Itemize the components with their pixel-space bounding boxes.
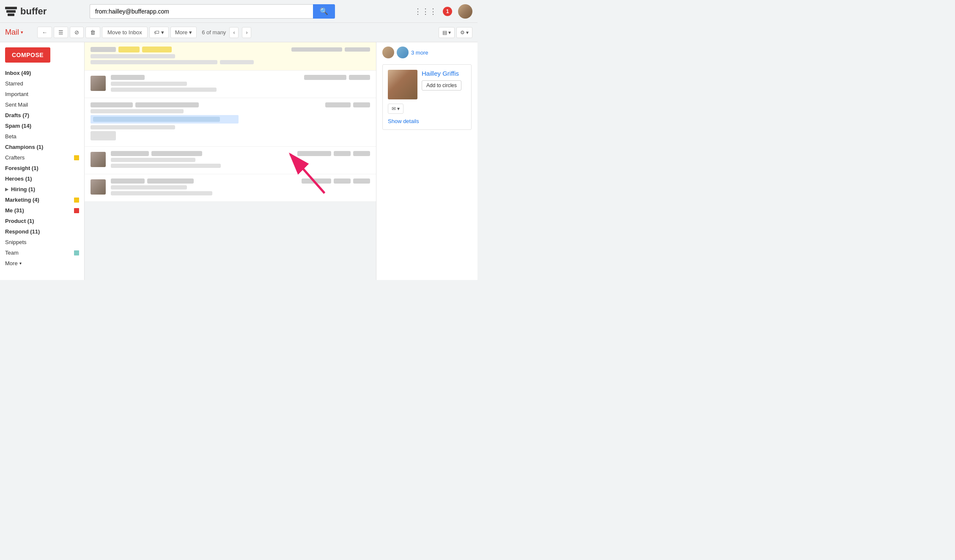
view-button[interactable]: ▤ ▾ [439, 27, 455, 38]
contact-info: Hailley Griffis Add to circles [422, 70, 466, 99]
sidebar-item-champions-label: Champions (1) [5, 144, 43, 150]
search-icon: 🔍 [320, 8, 328, 15]
settings-icon: ⚙ [460, 30, 465, 36]
move-to-inbox-button[interactable]: Move to Inbox [102, 27, 148, 38]
pagination: 6 of many ‹ › [202, 27, 251, 38]
sidebar: COMPOSE Inbox (49) Starred Important Sen… [0, 42, 85, 280]
contact-actions: ✉ ▾ [388, 104, 466, 114]
label-icon: 🏷 [154, 29, 159, 36]
main-layout: COMPOSE Inbox (49) Starred Important Sen… [0, 42, 478, 280]
email-row[interactable] [85, 174, 376, 202]
sidebar-item-inbox[interactable]: Inbox (49) [0, 68, 84, 78]
logo-area: buffer [5, 6, 81, 17]
spam-button[interactable]: ⊘ [70, 27, 84, 38]
sidebar-item-heroes[interactable]: Heroes (1) [0, 173, 84, 184]
mini-avatar-1 [382, 47, 394, 58]
sidebar-item-spam[interactable]: Spam (14) [0, 121, 84, 131]
contact-name[interactable]: Hailley Griffis [422, 70, 466, 77]
mini-avatar-2 [397, 47, 409, 58]
sidebar-item-hiring-label: Hiring (1) [11, 186, 35, 192]
secondary-toolbar: Mail ▾ ← ☰ ⊘ 🗑 Move to Inbox 🏷 ▾ More ▾ … [0, 23, 478, 42]
search-input[interactable] [90, 4, 313, 19]
sidebar-item-important[interactable]: Important [0, 89, 84, 99]
sidebar-item-respond-label: Respond (11) [5, 228, 40, 235]
settings-dropdown-arrow: ▾ [466, 30, 469, 36]
next-page-button[interactable]: › [242, 27, 251, 38]
sidebar-item-sent-label: Sent Mail [5, 102, 28, 108]
sidebar-item-drafts[interactable]: Drafts (7) [0, 110, 84, 121]
sidebar-item-sent[interactable]: Sent Mail [0, 99, 84, 110]
sidebar-item-product[interactable]: Product (1) [0, 216, 84, 226]
email-row[interactable] [85, 147, 376, 174]
sidebar-item-champions[interactable]: Champions (1) [0, 142, 84, 152]
sidebar-item-team[interactable]: Team [0, 247, 84, 258]
back-icon: ← [42, 29, 47, 36]
sidebar-item-starred[interactable]: Starred [0, 78, 84, 89]
send-mail-button[interactable]: ✉ ▾ [388, 104, 403, 114]
sidebar-item-heroes-label: Heroes (1) [5, 176, 32, 182]
more-button[interactable]: More ▾ [170, 27, 197, 38]
sidebar-item-me[interactable]: Me (31) [0, 205, 84, 216]
prev-page-button[interactable]: ‹ [229, 27, 239, 38]
view-icon: ▤ [442, 30, 447, 36]
team-color-dot [74, 250, 79, 255]
contact-card: Hailley Griffis Add to circles ✉ ▾ Show … [382, 64, 472, 130]
archive-icon: ☰ [58, 29, 63, 36]
toolbar-right: ▤ ▾ ⚙ ▾ [439, 27, 472, 38]
email-list [85, 42, 376, 202]
app-title: buffer [20, 6, 47, 17]
delete-icon: 🗑 [90, 29, 96, 36]
pagination-text: 6 of many [202, 29, 226, 36]
mail-dropdown-arrow: ▾ [21, 30, 23, 35]
top-right: ⋮⋮⋮ 1 [414, 4, 472, 19]
add-to-circles-button[interactable]: Add to circles [422, 80, 461, 91]
notification-badge[interactable]: 1 [443, 7, 452, 16]
grid-icon[interactable]: ⋮⋮⋮ [414, 7, 437, 16]
svg-rect-1 [6, 10, 16, 13]
compose-button[interactable]: COMPOSE [5, 47, 50, 63]
spam-icon: ⊘ [74, 29, 79, 36]
sidebar-more-label: More [5, 260, 18, 266]
sidebar-more[interactable]: More ▾ [0, 258, 84, 269]
email-row[interactable] [85, 42, 376, 71]
label-dropdown-arrow: ▾ [161, 29, 164, 36]
settings-button[interactable]: ⚙ ▾ [456, 27, 472, 38]
sidebar-item-foresight-label: Foresight (1) [5, 165, 38, 171]
archive-button[interactable]: ☰ [54, 27, 68, 38]
sidebar-item-beta[interactable]: Beta [0, 131, 84, 142]
mail-label[interactable]: Mail ▾ [5, 28, 30, 37]
marketing-color-dot [74, 198, 79, 203]
mail-dropdown-arrow: ▾ [397, 106, 400, 112]
more-contacts-link[interactable]: 3 more [411, 49, 428, 56]
show-details-link[interactable]: Show details [388, 118, 466, 124]
view-dropdown-arrow: ▾ [448, 30, 451, 36]
sidebar-item-spam-label: Spam (14) [5, 123, 31, 129]
sidebar-item-snippets[interactable]: Snippets [0, 237, 84, 247]
email-row[interactable] [85, 98, 376, 147]
sidebar-item-important-label: Important [5, 91, 28, 97]
sidebar-item-me-label: Me (31) [5, 207, 24, 214]
back-button[interactable]: ← [37, 27, 52, 38]
sidebar-item-product-label: Product (1) [5, 218, 34, 224]
sidebar-item-marketing[interactable]: Marketing (4) [0, 195, 84, 205]
sidebar-item-respond[interactable]: Respond (11) [0, 226, 84, 237]
sidebar-item-snippets-label: Snippets [5, 239, 27, 245]
sidebar-item-beta-label: Beta [5, 133, 16, 140]
more-dropdown-arrow: ▾ [189, 29, 192, 36]
delete-button[interactable]: 🗑 [85, 27, 100, 38]
sidebar-item-crafters[interactable]: Crafters [0, 152, 84, 163]
avatar[interactable] [458, 4, 472, 19]
sidebar-item-starred-label: Starred [5, 80, 23, 87]
sidebar-item-crafters-label: Crafters [5, 154, 25, 161]
sidebar-item-foresight[interactable]: Foresight (1) [0, 163, 84, 173]
sidebar-item-inbox-label: Inbox (49) [5, 70, 31, 76]
sidebar-item-team-label: Team [5, 250, 19, 256]
top-bar: buffer 🔍 ⋮⋮⋮ 1 [0, 0, 478, 23]
label-button[interactable]: 🏷 ▾ [149, 27, 169, 38]
me-color-dot [74, 208, 79, 213]
email-row[interactable] [85, 71, 376, 98]
mail-icon: ✉ [392, 106, 396, 112]
crafters-color-dot [74, 155, 79, 160]
sidebar-item-hiring[interactable]: ▶ Hiring (1) [0, 184, 84, 195]
search-button[interactable]: 🔍 [313, 4, 335, 19]
